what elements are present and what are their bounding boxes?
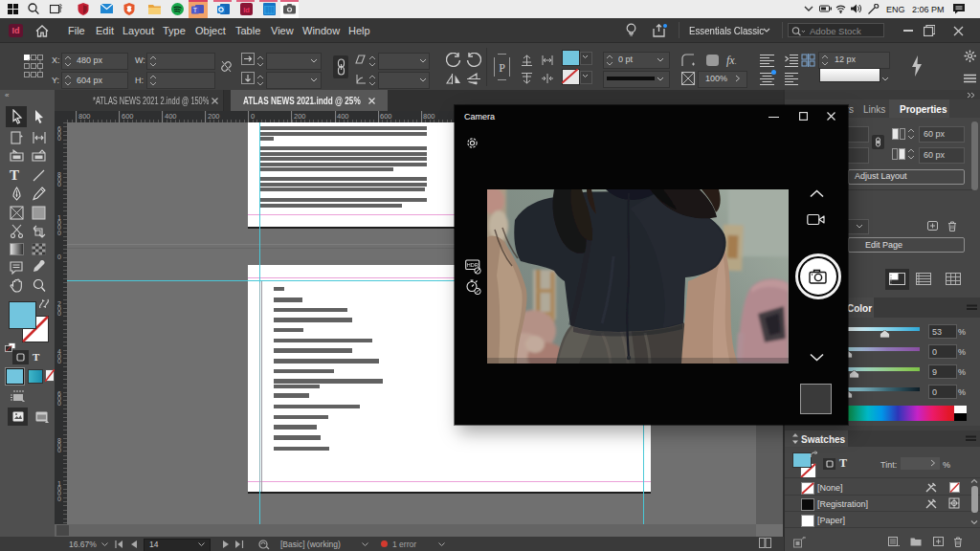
svg-text:Id: Id (243, 6, 250, 14)
svg-text:HDR: HDR (467, 262, 479, 268)
svg-text:T: T (193, 7, 198, 13)
svg-text:P: P (499, 61, 505, 75)
